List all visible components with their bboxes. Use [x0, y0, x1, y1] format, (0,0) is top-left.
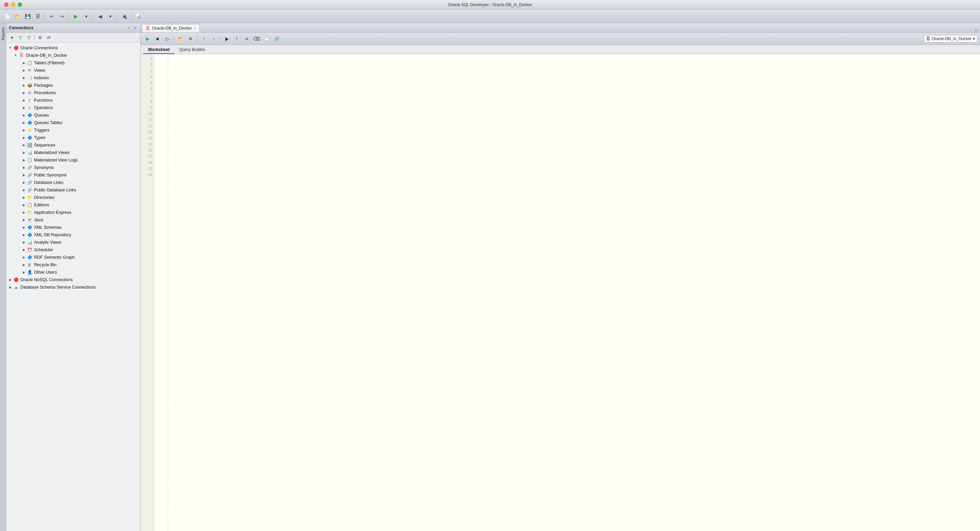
tree-item-scheduler[interactable]: ▶ ⏰ Scheduler — [6, 246, 140, 254]
reports-side-tab[interactable]: Reports — [0, 24, 6, 43]
tab-worksheet[interactable]: Worksheet — [143, 46, 175, 54]
toggle-java[interactable]: ▶ — [21, 217, 27, 223]
tree-item-procedures[interactable]: ▶ ⚙ Procedures — [6, 89, 140, 97]
tree-item-sequences[interactable]: ▶ 🔢 Sequences — [6, 141, 140, 149]
toggle-oracle-connections[interactable]: ▼ — [8, 45, 13, 51]
tree-item-java[interactable]: ▶ ☕ Java — [6, 216, 140, 223]
toggle-packages[interactable]: ▶ — [21, 82, 27, 88]
tree-item-queues-tables[interactable]: ▶ 🔷 Queues Tables — [6, 119, 140, 127]
tree-item-tables[interactable]: ▶ 📋 Tables (Filtered) — [6, 59, 140, 67]
execute-button[interactable]: ▶ — [223, 34, 231, 43]
tree-item-queues[interactable]: ▶ 🔷 Queues — [6, 111, 140, 119]
toggle-app-express[interactable]: ▶ — [21, 210, 27, 215]
toggle-procedures[interactable]: ▶ — [21, 90, 27, 95]
tree-item-materialized-views[interactable]: ▶ 📊 Materialized Views — [6, 149, 140, 156]
tree-item-oracle-connections[interactable]: ▼ 🔴 Oracle Connections — [6, 44, 140, 52]
tree-item-editions[interactable]: ▶ 📋 Editions — [6, 201, 140, 209]
toggle-editions[interactable]: ▶ — [21, 202, 27, 208]
toggle-views[interactable]: ▶ — [21, 68, 27, 73]
toggle-recycle-bin[interactable]: ▶ — [21, 262, 27, 268]
properties-button[interactable]: ⚙ — [37, 34, 44, 41]
clear-button[interactable]: ⌫ — [252, 34, 261, 43]
toggle-analytic-views[interactable]: ▶ — [21, 240, 27, 245]
toggle-queues-tables[interactable]: ▶ — [21, 120, 27, 125]
tab-close-button[interactable]: × — [194, 26, 196, 30]
toggle-scheduler[interactable]: ▶ — [21, 247, 27, 253]
save-button[interactable]: 💾 — [23, 12, 32, 21]
redo-button[interactable]: ↪ — [57, 12, 66, 21]
cancel-button[interactable]: ✕ — [186, 34, 195, 43]
run-button[interactable]: ▶ — [72, 12, 80, 21]
tree-item-views[interactable]: ▶ 👁 Views — [6, 67, 140, 74]
format-button[interactable]: ≡ — [242, 34, 251, 43]
tree-container[interactable]: ▼ 🔴 Oracle Connections ▼ 🗄 Oracle-DB_in_… — [6, 43, 140, 531]
toggle-synonyms[interactable]: ▶ — [21, 165, 27, 170]
filter-button[interactable]: ▽ — [17, 34, 24, 41]
maximize-button[interactable] — [18, 2, 22, 7]
tree-item-xml-db-repo[interactable]: ▶ 🔷 XML DB Repository — [6, 231, 140, 239]
toggle-nosql[interactable]: ▶ — [8, 277, 13, 282]
toggle-queues[interactable]: ▶ — [21, 113, 27, 118]
add-connection-button[interactable]: + — [8, 34, 16, 41]
tree-item-directories[interactable]: ▶ 📁 Directories — [6, 194, 140, 201]
nav-dropdown-button[interactable]: ▾ — [106, 12, 115, 21]
editor-content[interactable] — [154, 54, 980, 531]
toggle-xml-schemas[interactable]: ▶ — [21, 225, 27, 230]
toggle-mat-views[interactable]: ▶ — [21, 150, 27, 155]
tree-item-public-db-links[interactable]: ▶ 🔗 Public Database Links — [6, 186, 140, 194]
reports-button[interactable]: 📊 — [134, 12, 143, 21]
toggle-xml-db-repo[interactable]: ▶ — [21, 232, 27, 238]
history-button[interactable]: 🕐 — [262, 34, 271, 43]
connection-select[interactable]: 🗄 Oracle-DB_in_Docker ▾ — [924, 35, 977, 43]
toggle-oracle-db[interactable]: ▼ — [13, 53, 18, 58]
tree-item-oracle-db-docker[interactable]: ▼ 🗄 Oracle-DB_in_Docker — [6, 52, 140, 59]
toggle-indexes[interactable]: ▶ — [21, 75, 27, 81]
open-button[interactable]: 📂 — [176, 34, 185, 43]
run-dropdown-button[interactable]: ▾ — [82, 12, 91, 21]
tree-item-synonyms[interactable]: ▶ 🔗 Synonyms — [6, 164, 140, 171]
explain-button[interactable]: ! — [232, 34, 241, 43]
tree-item-analytic-views[interactable]: ▶ 📊 Analytic Views — [6, 239, 140, 246]
tree-item-operators[interactable]: ▶ ± Operators — [6, 104, 140, 111]
nav-back-button[interactable]: ◀ — [95, 12, 105, 21]
stop-button[interactable]: ■ — [153, 34, 162, 43]
toggle-sequences[interactable]: ▶ — [21, 143, 27, 148]
run-script-button[interactable]: ▷ — [163, 34, 172, 43]
close-button[interactable] — [4, 2, 8, 7]
toggle-operators[interactable]: ▶ — [21, 105, 27, 111]
undo-button[interactable]: ↩ — [47, 12, 56, 21]
sql-worksheet-button[interactable]: 🗄 — [33, 12, 42, 21]
sync-button[interactable]: ⇄ — [45, 34, 52, 41]
tree-item-functions[interactable]: ▶ ƒ Functions — [6, 97, 140, 104]
toggle-public-synonyms[interactable]: ▶ — [21, 172, 27, 178]
toggle-tables[interactable]: ▶ — [21, 60, 27, 66]
open-file-button[interactable]: 📂 — [13, 12, 22, 21]
toggle-types[interactable]: ▶ — [21, 135, 27, 140]
panel-close-button[interactable]: × — [133, 25, 137, 30]
new-file-button[interactable]: 📄 — [3, 12, 11, 21]
toggle-rdf[interactable]: ▶ — [21, 255, 27, 260]
tree-item-indexes[interactable]: ▶ 📑 Indexes — [6, 74, 140, 82]
filter-active-button[interactable]: ▽ — [25, 34, 33, 41]
toggle-directories[interactable]: ▶ — [21, 195, 27, 200]
tree-item-xml-schemas[interactable]: ▶ 🔷 XML Schemas — [6, 223, 140, 231]
tree-item-nosql[interactable]: ▶ 🔴 Oracle NoSQL Connections — [6, 276, 140, 284]
tab-query-builder[interactable]: Query Builder — [175, 46, 210, 54]
tree-item-mat-view-logs[interactable]: ▶ 📋 Materialized View Logs — [6, 156, 140, 164]
minimize-button[interactable] — [11, 2, 15, 7]
toggle-other-users[interactable]: ▶ — [21, 269, 27, 275]
run-statement-button[interactable]: ▶ — [143, 34, 152, 43]
bind-variables-button[interactable]: 🔗 — [272, 34, 281, 43]
tree-item-triggers[interactable]: ▶ ⚡ Triggers — [6, 127, 140, 134]
connections-button[interactable]: 🔌 — [120, 12, 129, 21]
toggle-schema-service[interactable]: ▶ — [8, 285, 13, 290]
tree-item-recycle-bin[interactable]: ▶ 🗑 Recycle Bin — [6, 261, 140, 269]
toggle-triggers[interactable]: ▶ — [21, 127, 27, 133]
toggle-functions[interactable]: ▶ — [21, 98, 27, 103]
tree-item-packages[interactable]: ▶ 📦 Packages — [6, 82, 140, 89]
tree-item-public-synonyms[interactable]: ▶ 🔗 Public Synonyms — [6, 171, 140, 179]
tree-item-db-links[interactable]: ▶ 🔗 Database Links — [6, 179, 140, 186]
toggle-db-links[interactable]: ▶ — [21, 180, 27, 185]
rollback-button[interactable]: ↓ — [209, 34, 218, 43]
tree-item-types[interactable]: ▶ 🔷 Types — [6, 134, 140, 141]
